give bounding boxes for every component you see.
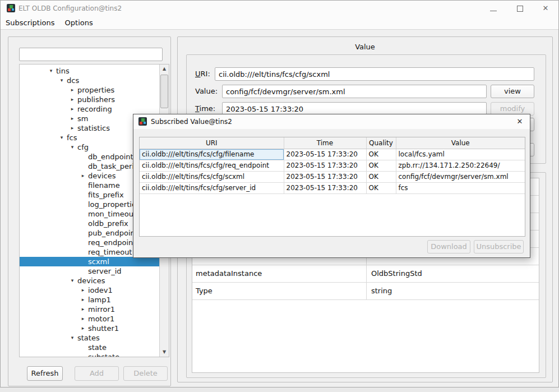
close-button[interactable]: ✕	[537, 1, 554, 16]
view-button[interactable]: view	[491, 85, 534, 98]
tree-item-label: db_endpoint	[88, 153, 133, 161]
tree-item-label: req_timeout	[88, 248, 132, 256]
menu-options[interactable]: Options	[60, 16, 98, 29]
close-icon[interactable]: ✕	[513, 114, 526, 129]
unsubscribe-button[interactable]: Unsubscribe	[474, 240, 524, 253]
tree-item-label: fits_prefix	[88, 191, 124, 199]
chevron-right-icon[interactable]: ▸	[78, 171, 88, 181]
menu-bar: SubscriptionsOptions	[1, 16, 558, 30]
chevron-right-icon[interactable]: ▸	[78, 324, 88, 333]
tree-item-label: tins	[56, 67, 70, 75]
app-icon	[138, 117, 147, 128]
tree-item-label: oldb_prefix	[88, 219, 128, 228]
chevron-down-icon[interactable]: ▾	[57, 133, 67, 142]
table-cell[interactable]: 2023-05-15 17:33:20	[284, 171, 366, 182]
chevron-down-icon[interactable]: ▾	[46, 66, 56, 76]
column-header-quality[interactable]: Quality	[366, 137, 396, 149]
table-cell[interactable]: OK	[366, 182, 396, 193]
tree-item-recording[interactable]: ▸recording	[20, 104, 160, 114]
chevron-right-icon[interactable]: ▸	[78, 305, 88, 314]
table-cell[interactable]: cii.oldb:///elt/tins/fcs/cfg/req_endpoin…	[140, 160, 284, 171]
table-cell[interactable]: 2023-05-15 17:33:20	[284, 182, 366, 193]
table-cell[interactable]: 2023-05-15 17:33:20	[284, 160, 366, 171]
tree-item-lamp1[interactable]: ▸lamp1	[20, 295, 160, 305]
table-row: cii.oldb:///elt/tins/fcs/cfg/scxml2023-0…	[140, 171, 525, 182]
scroll-up-icon[interactable]: ▲	[160, 64, 169, 73]
tree-item-server_id[interactable]: server_id	[20, 266, 160, 276]
tree-item-label: substate	[88, 353, 119, 357]
column-header-time[interactable]: Time	[284, 137, 366, 149]
metadata-key: metadataInstance	[192, 265, 367, 282]
value-field[interactable]	[222, 85, 487, 98]
tree-item-label: states	[77, 334, 100, 342]
column-header-value[interactable]: Value	[396, 137, 525, 149]
tree-item-substate[interactable]: substate	[20, 352, 160, 357]
dialog-title-bar: Subscribed Value@tins2 ✕	[133, 114, 530, 129]
chevron-down-icon[interactable]: ▾	[67, 142, 77, 152]
table-cell[interactable]: OK	[366, 171, 396, 182]
tree-item-properties[interactable]: ▸properties	[20, 85, 160, 95]
table-cell[interactable]: cii.oldb:///elt/tins/fcs/cfg/scxml	[140, 171, 284, 182]
window-title: ELT OLDB Configuration@tins2	[19, 1, 122, 16]
tree-item-label: devices	[88, 172, 116, 180]
chevron-right-icon[interactable]: ▸	[67, 123, 77, 133]
table-cell[interactable]: OK	[366, 160, 396, 171]
menu-subscriptions[interactable]: Subscriptions	[1, 16, 60, 29]
tree-item-scxml[interactable]: scxml	[20, 257, 160, 266]
table-row: cii.oldb:///elt/tins/fcs/cfg/filename202…	[140, 149, 525, 160]
search-input[interactable]	[19, 48, 163, 61]
chevron-right-icon[interactable]: ▸	[78, 314, 88, 324]
subscribed-value-dialog: Subscribed Value@tins2 ✕ URITimeQualityV…	[133, 114, 530, 258]
chevron-down-icon[interactable]: ▾	[57, 76, 67, 85]
chevron-right-icon[interactable]: ▸	[67, 85, 77, 95]
chevron-right-icon[interactable]: ▸	[78, 285, 88, 295]
table-row: cii.oldb:///elt/tins/fcs/cfg/server_id20…	[140, 182, 525, 193]
column-header-uri[interactable]: URI	[140, 137, 284, 149]
table-cell[interactable]: zpb.rr://134.171.2.250:22649/	[396, 160, 525, 171]
metadata-row[interactable]: metadataInstanceOldbStringStd	[192, 265, 539, 283]
table-cell[interactable]: cii.oldb:///elt/tins/fcs/cfg/filename	[140, 149, 284, 160]
tree-item-devices[interactable]: ▾devices	[20, 276, 160, 285]
maximize-button[interactable]	[511, 1, 528, 16]
subscribed-table: URITimeQualityValuecii.oldb:///elt/tins/…	[139, 137, 525, 237]
chevron-down-icon[interactable]: ▾	[67, 333, 77, 343]
tree-item-label: devices	[77, 276, 105, 285]
metadata-row[interactable]: Typestring	[192, 283, 539, 300]
chevron-right-icon[interactable]: ▸	[78, 295, 88, 305]
chevron-right-icon[interactable]: ▸	[67, 95, 77, 104]
scrollbar-thumb[interactable]	[160, 75, 168, 108]
scroll-down-icon[interactable]: ▼	[160, 348, 169, 357]
tree-item-label: scxml	[88, 257, 109, 266]
tree-item-dcs[interactable]: ▾dcs	[20, 76, 160, 85]
table-cell[interactable]: OK	[366, 149, 396, 160]
download-button[interactable]: Download	[427, 240, 470, 253]
tree-item-mirror1[interactable]: ▸mirror1	[20, 305, 160, 314]
refresh-button[interactable]: Refresh	[27, 366, 63, 381]
table-cell[interactable]: fcs	[396, 182, 525, 193]
minimize-button[interactable]	[485, 1, 502, 16]
tree-item-motor1[interactable]: ▸motor1	[20, 314, 160, 324]
table-cell[interactable]: local/fcs.yaml	[396, 149, 525, 160]
tree-item-tins[interactable]: ▾tins	[20, 66, 160, 76]
tree-item-label: sm	[77, 114, 88, 123]
tree-item-label: state	[88, 343, 107, 352]
chevron-down-icon[interactable]: ▾	[67, 276, 77, 285]
chevron-right-icon[interactable]: ▸	[67, 104, 77, 114]
table-cell[interactable]: 2023-05-15 17:33:20	[284, 149, 366, 160]
tree-item-label: dcs	[67, 76, 79, 85]
tree-item-label: cfg	[77, 143, 89, 151]
add-button[interactable]: Add	[75, 366, 119, 381]
app-icon	[7, 4, 15, 15]
table-cell[interactable]: cii.oldb:///elt/tins/fcs/cfg/server_id	[140, 182, 284, 193]
chevron-right-icon[interactable]: ▸	[67, 114, 77, 123]
delete-button[interactable]: Delete	[123, 366, 168, 381]
tree-item-publishers[interactable]: ▸publishers	[20, 95, 160, 104]
uri-field[interactable]	[215, 67, 534, 81]
uri-label: URI:	[195, 67, 210, 81]
tree-item-state[interactable]: state	[20, 343, 160, 352]
tree-item-iodev1[interactable]: ▸iodev1	[20, 285, 160, 295]
tree-item-shutter1[interactable]: ▸shutter1	[20, 324, 160, 333]
tree-item-states[interactable]: ▾states	[20, 333, 160, 343]
tree-item-label: statistics	[77, 124, 110, 132]
table-cell[interactable]: config/fcf/devmgr/server/sm.xml	[396, 171, 525, 182]
